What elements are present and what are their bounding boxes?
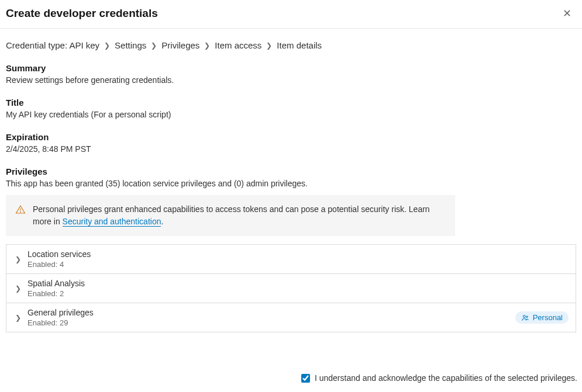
- chevron-right-icon: ❯: [13, 255, 23, 263]
- title-heading: Title: [6, 98, 576, 107]
- svg-point-3: [526, 315, 528, 317]
- chevron-right-icon: ❯: [261, 41, 277, 50]
- close-icon[interactable]: ✕: [561, 7, 573, 20]
- accordion-title: Spatial Analysis: [27, 279, 569, 288]
- expiration-value: 2/4/2025, 8:48 PM PST: [6, 144, 576, 154]
- breadcrumb-item[interactable]: Item details: [277, 40, 322, 50]
- accordion-content: Location services Enabled: 4: [27, 249, 569, 269]
- acknowledge-checkbox[interactable]: [301, 374, 310, 383]
- security-auth-link[interactable]: Security and authentication: [63, 217, 161, 227]
- accordion-item-location[interactable]: ❯ Location services Enabled: 4: [6, 245, 576, 274]
- notice-text-after: .: [161, 217, 163, 226]
- summary-section: Summary Review settings before generatin…: [6, 63, 576, 85]
- badge-label: Personal: [533, 313, 563, 322]
- accordion-sub: Enabled: 29: [27, 318, 515, 327]
- chevron-right-icon: ❯: [13, 314, 23, 322]
- accordion-item-spatial[interactable]: ❯ Spatial Analysis Enabled: 2: [6, 274, 576, 303]
- accordion-content: Spatial Analysis Enabled: 2: [27, 279, 569, 298]
- summary-text: Review settings before generating creden…: [6, 75, 576, 85]
- expiration-heading: Expiration: [6, 132, 576, 142]
- svg-point-1: [20, 211, 21, 212]
- accordion-content: General privileges Enabled: 29: [27, 308, 515, 327]
- notice-text: Personal privileges grant enhanced capab…: [33, 203, 446, 228]
- privileges-section: Privileges This app has been granted (35…: [6, 166, 576, 188]
- accordion-title: General privileges: [27, 308, 515, 317]
- breadcrumb-item[interactable]: Privileges: [161, 40, 199, 50]
- dialog-title: Create developer credentials: [6, 7, 158, 20]
- warning-icon: [15, 204, 26, 215]
- chevron-right-icon: ❯: [199, 41, 215, 50]
- accordion-sub: Enabled: 2: [27, 289, 569, 298]
- title-value: My API key credentials (For a personal s…: [6, 110, 576, 119]
- accordion-title: Location services: [27, 249, 569, 259]
- privileges-heading: Privileges: [6, 166, 576, 176]
- svg-point-2: [523, 315, 525, 317]
- expiration-section: Expiration 2/4/2025, 8:48 PM PST: [6, 132, 576, 154]
- warning-notice: Personal privileges grant enhanced capab…: [6, 195, 455, 236]
- privileges-text: This app has been granted (35) location …: [6, 179, 576, 188]
- breadcrumb: Credential type: API key ❯ Settings ❯ Pr…: [6, 40, 576, 50]
- breadcrumb-item[interactable]: Item access: [215, 40, 261, 50]
- accordion-sub: Enabled: 4: [27, 260, 569, 269]
- acknowledge-label: I understand and acknowledge the capabil…: [315, 373, 577, 383]
- summary-heading: Summary: [6, 63, 576, 73]
- dialog-header: Create developer credentials ✕: [0, 0, 582, 29]
- chevron-right-icon: ❯: [99, 41, 115, 50]
- acknowledge-footer: I understand and acknowledge the capabil…: [301, 369, 577, 387]
- chevron-right-icon: ❯: [146, 41, 161, 50]
- breadcrumb-item[interactable]: Settings: [115, 40, 146, 50]
- dialog-content: Credential type: API key ❯ Settings ❯ Pr…: [0, 29, 582, 338]
- privileges-accordion: ❯ Location services Enabled: 4 ❯ Spatial…: [6, 244, 576, 332]
- title-section: Title My API key credentials (For a pers…: [6, 98, 576, 119]
- personal-badge: Personal: [515, 311, 569, 324]
- breadcrumb-item[interactable]: Credential type: API key: [6, 40, 99, 50]
- chevron-right-icon: ❯: [13, 285, 23, 293]
- person-icon: [521, 314, 529, 322]
- accordion-item-general[interactable]: ❯ General privileges Enabled: 29 Persona…: [6, 303, 576, 332]
